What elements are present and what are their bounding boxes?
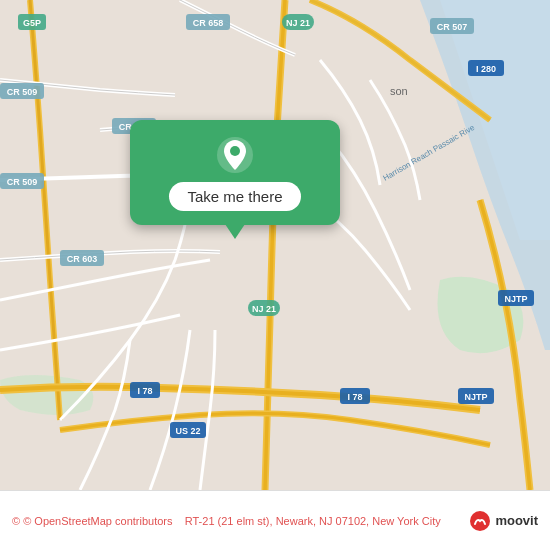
- svg-rect-23: [130, 382, 160, 398]
- location-pin-icon: [216, 136, 254, 174]
- svg-rect-17: [60, 250, 104, 266]
- openstreetmap-credit: © OpenStreetMap contributors: [23, 515, 172, 527]
- svg-rect-19: [248, 300, 280, 316]
- svg-text:G5P: G5P: [23, 18, 41, 28]
- svg-rect-25: [340, 388, 370, 404]
- svg-point-34: [230, 146, 240, 156]
- popup-card: Take me there: [130, 120, 340, 225]
- svg-text:I 78: I 78: [137, 386, 152, 396]
- address-text: © © OpenStreetMap contributors RT-21 (21…: [12, 515, 461, 527]
- svg-text:I 78: I 78: [347, 392, 362, 402]
- svg-text:CR 509: CR 509: [7, 177, 38, 187]
- svg-text:CR 658: CR 658: [193, 18, 224, 28]
- svg-rect-9: [18, 14, 46, 30]
- svg-rect-21: [498, 290, 534, 306]
- svg-rect-15: [0, 173, 44, 189]
- svg-text:US 22: US 22: [175, 426, 200, 436]
- moovit-icon: [469, 510, 491, 532]
- svg-text:I 280: I 280: [476, 64, 496, 74]
- location-address: RT-21 (21 elm st), Newark, NJ 07102, New…: [185, 515, 441, 527]
- svg-rect-7: [468, 60, 504, 76]
- svg-text:NJ 21: NJ 21: [286, 18, 310, 28]
- svg-text:CR 603: CR 603: [67, 254, 98, 264]
- svg-rect-1: [186, 14, 230, 30]
- svg-text:NJTP: NJTP: [464, 392, 487, 402]
- svg-rect-3: [282, 14, 314, 30]
- svg-rect-5: [430, 18, 474, 34]
- svg-rect-29: [458, 388, 494, 404]
- svg-text:NJTP: NJTP: [504, 294, 527, 304]
- copyright-symbol: ©: [12, 515, 20, 527]
- svg-text:CR 507: CR 507: [437, 22, 468, 32]
- bottom-bar: © © OpenStreetMap contributors RT-21 (21…: [0, 490, 550, 550]
- svg-text:NJ 21: NJ 21: [252, 304, 276, 314]
- take-me-there-button[interactable]: Take me there: [169, 182, 300, 211]
- svg-rect-11: [0, 83, 44, 99]
- svg-text:Harrison Reach Passaic Rive: Harrison Reach Passaic Rive: [381, 123, 476, 183]
- moovit-text: moovit: [495, 513, 538, 528]
- map-container: CR 658 NJ 21 CR 507 I 280 G5P CR 509 CR …: [0, 0, 550, 490]
- svg-rect-27: [170, 422, 206, 438]
- svg-text:CR 509: CR 509: [7, 87, 38, 97]
- svg-text:son: son: [390, 85, 408, 97]
- moovit-logo: moovit: [469, 510, 538, 532]
- svg-rect-0: [0, 0, 550, 490]
